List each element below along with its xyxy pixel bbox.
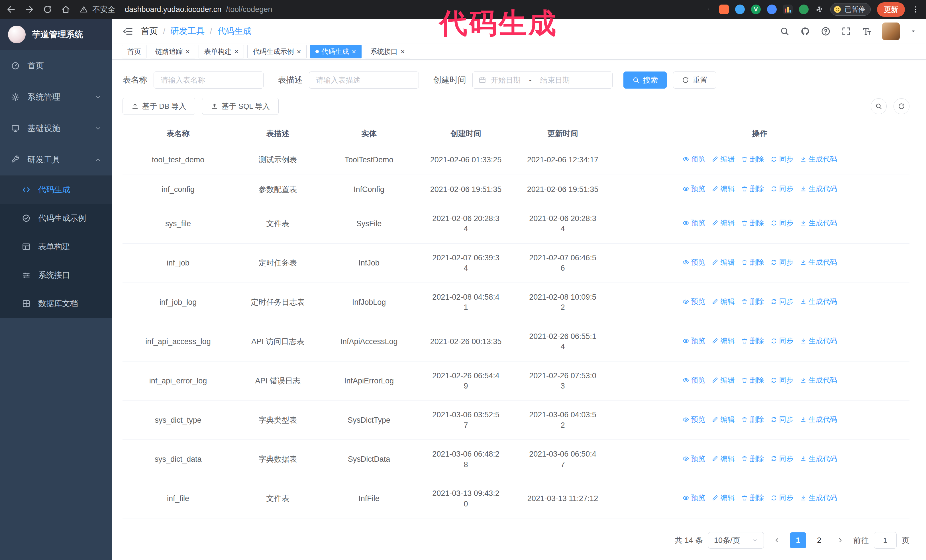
sidebar-item-system[interactable]: 系统管理: [0, 82, 112, 113]
date-range-picker[interactable]: 开始日期 - 结束日期: [472, 71, 613, 89]
sync-link[interactable]: 同步: [770, 297, 793, 306]
prev-page-button[interactable]: [769, 532, 785, 548]
delete-link[interactable]: 删除: [741, 258, 764, 267]
edit-link[interactable]: 编辑: [712, 493, 735, 503]
toggle-search-button[interactable]: [871, 98, 887, 114]
import-sql-button[interactable]: 基于 SQL 导入: [202, 98, 279, 115]
fullscreen-icon[interactable]: [841, 26, 851, 36]
table-desc-input[interactable]: [309, 71, 419, 89]
close-icon[interactable]: ×: [297, 48, 301, 55]
extension-icon-1[interactable]: [719, 5, 729, 14]
font-size-icon[interactable]: [862, 26, 872, 36]
tag-codegen[interactable]: 代码生成 ×: [310, 45, 362, 58]
breadcrumb-item-codegen[interactable]: 代码生成: [217, 25, 251, 37]
preview-link[interactable]: 预览: [682, 415, 705, 424]
generate-link[interactable]: 生成代码: [800, 154, 837, 164]
sidebar-item-db-doc[interactable]: 数据库文档: [0, 290, 112, 318]
edit-link[interactable]: 编辑: [712, 258, 735, 267]
bookmark-star-icon[interactable]: [708, 5, 716, 14]
reload-icon[interactable]: [43, 5, 53, 14]
edit-link[interactable]: 编辑: [712, 297, 735, 306]
tag-form-builder[interactable]: 表单构建 ×: [198, 45, 244, 58]
sync-link[interactable]: 同步: [770, 218, 793, 228]
back-icon[interactable]: [6, 5, 16, 14]
reset-button[interactable]: 重置: [673, 71, 716, 89]
delete-link[interactable]: 删除: [741, 493, 764, 503]
extension-icon-4[interactable]: [767, 5, 777, 14]
close-icon[interactable]: ×: [234, 48, 239, 55]
delete-link[interactable]: 删除: [741, 454, 764, 464]
close-icon[interactable]: ×: [186, 48, 190, 55]
preview-link[interactable]: 预览: [682, 454, 705, 464]
generate-link[interactable]: 生成代码: [800, 376, 837, 385]
edit-link[interactable]: 编辑: [712, 376, 735, 385]
sync-link[interactable]: 同步: [770, 493, 793, 503]
preview-link[interactable]: 预览: [682, 493, 705, 503]
close-icon[interactable]: ×: [401, 48, 405, 55]
page-size-select[interactable]: 10条/页: [708, 532, 764, 549]
preview-link[interactable]: 预览: [682, 376, 705, 385]
preview-link[interactable]: 预览: [682, 184, 705, 194]
profile-paused-badge[interactable]: 已暂停: [830, 3, 871, 16]
delete-link[interactable]: 删除: [741, 376, 764, 385]
header-search-icon[interactable]: [779, 26, 790, 36]
edit-link[interactable]: 编辑: [712, 415, 735, 424]
extension-icon-6[interactable]: [799, 5, 809, 14]
github-icon[interactable]: [800, 26, 810, 36]
goto-page-input[interactable]: [874, 532, 897, 549]
sidebar-item-form-builder[interactable]: 表单构建: [0, 232, 112, 261]
generate-link[interactable]: 生成代码: [800, 454, 837, 464]
search-button[interactable]: 搜索: [623, 71, 667, 89]
extensions-puzzle-icon[interactable]: [815, 5, 824, 14]
tag-home[interactable]: 首页: [122, 45, 147, 58]
generate-link[interactable]: 生成代码: [800, 297, 837, 306]
refresh-button[interactable]: [894, 98, 909, 114]
generate-link[interactable]: 生成代码: [800, 184, 837, 194]
sync-link[interactable]: 同步: [770, 376, 793, 385]
generate-link[interactable]: 生成代码: [800, 493, 837, 503]
preview-link[interactable]: 预览: [682, 154, 705, 164]
sidebar-item-codegen-example[interactable]: 代码生成示例: [0, 204, 112, 232]
sync-link[interactable]: 同步: [770, 415, 793, 424]
extension-icon-5[interactable]: [783, 5, 793, 14]
delete-link[interactable]: 删除: [741, 297, 764, 306]
home-icon[interactable]: [61, 5, 71, 14]
browser-menu-icon[interactable]: [911, 5, 920, 14]
breadcrumb-item-devtools[interactable]: 研发工具: [170, 25, 204, 37]
help-icon[interactable]: [820, 26, 831, 36]
forward-icon[interactable]: [24, 5, 34, 14]
preview-link[interactable]: 预览: [682, 218, 705, 228]
sidebar-item-devtools[interactable]: 研发工具: [0, 144, 112, 175]
generate-link[interactable]: 生成代码: [800, 258, 837, 267]
delete-link[interactable]: 删除: [741, 336, 764, 346]
breadcrumb-item-home[interactable]: 首页: [141, 25, 158, 37]
tag-trace[interactable]: 链路追踪 ×: [150, 45, 195, 58]
sidebar-collapse-icon[interactable]: [122, 26, 133, 37]
avatar-caret-icon[interactable]: [910, 28, 916, 35]
next-page-button[interactable]: [832, 532, 848, 548]
edit-link[interactable]: 编辑: [712, 218, 735, 228]
sidebar-item-home[interactable]: 首页: [0, 50, 112, 82]
edit-link[interactable]: 编辑: [712, 454, 735, 464]
tag-codegen-example[interactable]: 代码生成示例 ×: [247, 45, 306, 58]
sync-link[interactable]: 同步: [770, 184, 793, 194]
preview-link[interactable]: 预览: [682, 336, 705, 346]
delete-link[interactable]: 删除: [741, 184, 764, 194]
table-name-input[interactable]: [154, 71, 263, 89]
page-button-2[interactable]: 2: [811, 532, 827, 548]
page-button-1[interactable]: 1: [790, 532, 806, 548]
delete-link[interactable]: 删除: [741, 415, 764, 424]
extension-icon-3[interactable]: V: [751, 5, 761, 14]
sync-link[interactable]: 同步: [770, 454, 793, 464]
address-bar[interactable]: 不安全 dashboard.yudao.iocoder.cn/tool/code…: [80, 4, 716, 15]
delete-link[interactable]: 删除: [741, 154, 764, 164]
security-warning-icon[interactable]: [80, 5, 88, 14]
sidebar-item-codegen[interactable]: 代码生成: [0, 175, 112, 204]
sidebar-item-system-api[interactable]: 系统接口: [0, 261, 112, 290]
close-icon[interactable]: ×: [352, 48, 356, 55]
generate-link[interactable]: 生成代码: [800, 218, 837, 228]
import-db-button[interactable]: 基于 DB 导入: [123, 98, 195, 115]
preview-link[interactable]: 预览: [682, 297, 705, 306]
tag-system-api[interactable]: 系统接口 ×: [365, 45, 410, 58]
preview-link[interactable]: 预览: [682, 258, 705, 267]
